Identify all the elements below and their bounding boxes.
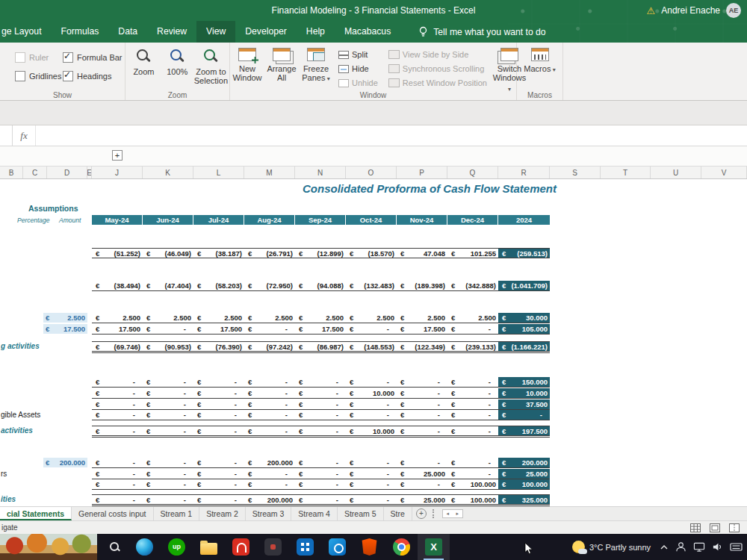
cell-invest-3-m8[interactable]: €- — [447, 399, 498, 409]
cell-invest-3-m1[interactable]: €- — [92, 399, 143, 409]
taskbar-app-chrome[interactable] — [385, 534, 418, 560]
sheet-tab-stre[interactable]: Stre — [384, 507, 412, 520]
month-header-jun-24[interactable]: Jun-24 — [143, 215, 193, 225]
taskbar-app-excel[interactable]: X — [418, 534, 450, 560]
row-label-g-activities[interactable]: g activities — [1, 342, 40, 350]
cell-adj-17500-m3[interactable]: €17.500 — [193, 324, 244, 334]
cell-financing-total-m6[interactable]: €- — [346, 495, 397, 504]
tab-splitter-handle[interactable] — [433, 509, 437, 518]
cell-adj-2500-m4[interactable]: €2.500 — [244, 313, 295, 323]
cell-invest-3-m6[interactable]: €- — [346, 399, 397, 409]
cell-net-result-m5[interactable]: €(12.899) — [295, 249, 346, 258]
assumption-cell-fin-1[interactable]: €200.000 — [43, 458, 87, 467]
taskbar-app-blue-grid-app[interactable] — [289, 534, 321, 560]
cell-operating-total-m5[interactable]: €(86.987) — [295, 342, 346, 351]
taskbar-app-edge[interactable] — [128, 534, 161, 560]
cell-fin-2-m2[interactable]: €- — [143, 469, 193, 479]
cell-cumulative-m3[interactable]: €(58.203) — [193, 281, 244, 290]
month-header-oct-24[interactable]: Oct-24 — [346, 215, 397, 225]
column-header-s[interactable]: S — [550, 167, 601, 178]
cell-operating-total-m2[interactable]: €(90.953) — [143, 342, 193, 351]
column-header-l[interactable]: L — [193, 167, 244, 178]
cell-net-result-m7[interactable]: €47.048 — [397, 249, 447, 258]
assumption-cell-adj-2500[interactable]: €2.500 — [43, 313, 87, 323]
cell-fin-1-m7[interactable]: €- — [397, 458, 447, 467]
scroll-right-icon[interactable]: ▸ — [456, 511, 459, 517]
cell-fin-3-m2[interactable]: €- — [143, 479, 193, 489]
cell-investing-total-m4[interactable]: €- — [244, 426, 295, 435]
cell-fin-1-m8[interactable]: €- — [447, 458, 498, 467]
button-reset-window-position[interactable]: Reset Window Position — [388, 78, 487, 87]
month-header-jul-24[interactable]: Jul-24 — [193, 215, 244, 225]
ribbon-tab-ge-layout[interactable]: ge Layout — [0, 21, 52, 43]
cell-invest-3-m5[interactable]: €- — [295, 399, 346, 409]
assumption-cell-adj-17500[interactable]: €17.500 — [43, 324, 87, 334]
cell-invest-1-m6[interactable]: €- — [346, 377, 397, 387]
sheet-tab-general-costs-input[interactable]: General costs input — [72, 507, 153, 520]
column-header-b[interactable]: B — [0, 167, 23, 178]
column-header-r[interactable]: R — [498, 167, 550, 178]
column-header-t[interactable]: T — [601, 167, 651, 178]
sheet-tab-stream-1[interactable]: Stream 1 — [154, 507, 200, 520]
user-status-icon[interactable] — [675, 541, 686, 553]
taskbar-app-brave[interactable] — [353, 534, 385, 560]
cell-invest-4-total[interactable]: €- — [498, 410, 550, 420]
sheet-tab-stream-2[interactable]: Stream 2 — [199, 507, 246, 520]
avatar[interactable]: AE — [726, 3, 741, 18]
cell-adj-2500-m8[interactable]: €2.500 — [447, 313, 498, 323]
row-label-activities[interactable]: activities — [1, 426, 33, 435]
cell-net-result-m8[interactable]: €101.255 — [447, 249, 498, 258]
cell-fin-3-m1[interactable]: €- — [92, 479, 143, 489]
ribbon-tab-developer[interactable]: Developer — [235, 21, 297, 43]
column-header-p[interactable]: P — [397, 167, 447, 178]
row-label-ities[interactable]: ities — [1, 495, 16, 503]
sheet-tab-cial-statements[interactable]: cial Statements — [0, 507, 72, 520]
button-hide[interactable]: Hide — [338, 64, 378, 73]
row-label-gible-assets[interactable]: gible Assets — [1, 411, 40, 419]
outline-expand-button[interactable]: + — [112, 150, 123, 161]
horizontal-scrollbar[interactable]: ◂ ▸ — [442, 509, 463, 518]
checkbox-formula-bar[interactable]: Formula Bar — [63, 52, 125, 63]
taskbar-search-button[interactable] — [100, 534, 128, 560]
cell-invest-2-m2[interactable]: €- — [143, 388, 193, 398]
cell-invest-3-m7[interactable]: €- — [397, 399, 447, 409]
cell-fin-3-m4[interactable]: €- — [244, 479, 295, 489]
column-header-c[interactable]: C — [23, 167, 47, 178]
year-total-header[interactable]: 2024 — [498, 215, 550, 225]
cell-fin-2-m8[interactable]: €- — [447, 469, 498, 479]
cell-invest-4-m4[interactable]: €- — [244, 410, 295, 420]
taskbar-app-blue-app[interactable] — [321, 534, 353, 560]
cell-invest-2-m5[interactable]: €- — [295, 388, 346, 398]
cell-fin-1-total[interactable]: €200.000 — [498, 458, 550, 467]
cell-cumulative-m7[interactable]: €(189.398) — [397, 281, 447, 290]
cell-fin-2-m7[interactable]: €25.000 — [397, 469, 447, 479]
cell-operating-total-m6[interactable]: €(148.553) — [346, 342, 397, 351]
touch-keyboard-icon[interactable] — [730, 541, 743, 553]
cell-invest-4-m8[interactable]: €- — [447, 410, 498, 420]
button-zoom-to-selection[interactable]: Zoom to Selection — [194, 43, 228, 85]
cell-fin-1-m3[interactable]: €- — [193, 458, 244, 467]
scroll-left-icon[interactable]: ◂ — [447, 511, 450, 517]
ribbon-tab-formulas[interactable]: Formulas — [52, 21, 109, 43]
hidden-icons-chevron-icon[interactable] — [660, 543, 669, 552]
cell-invest-1-total[interactable]: €150.000 — [498, 377, 550, 387]
cell-cumulative-total[interactable]: €(1.041.709) — [498, 281, 550, 290]
ribbon-tab-data[interactable]: Data — [108, 21, 147, 43]
cell-invest-1-m2[interactable]: €- — [143, 377, 193, 387]
column-header-n[interactable]: N — [295, 167, 346, 178]
cell-adj-2500-total[interactable]: €30.000 — [498, 313, 550, 323]
cell-adj-17500-total[interactable]: €105.000 — [498, 324, 550, 334]
month-header-dec-24[interactable]: Dec-24 — [447, 215, 498, 225]
name-box-partial[interactable] — [0, 125, 13, 146]
warning-icon[interactable]: ⚠ — [647, 6, 656, 16]
cell-fin-2-total[interactable]: €25.000 — [498, 469, 550, 479]
cell-fin-3-m3[interactable]: €- — [193, 479, 244, 489]
add-sheet-button[interactable]: + — [416, 508, 427, 519]
cell-invest-1-m5[interactable]: €- — [295, 377, 346, 387]
cell-operating-total-m7[interactable]: €(122.349) — [397, 342, 447, 351]
cell-operating-total-m4[interactable]: €(97.242) — [244, 342, 295, 351]
cell-investing-total-m3[interactable]: €- — [193, 426, 244, 435]
cell-investing-total-m5[interactable]: €- — [295, 426, 346, 435]
cell-invest-2-m8[interactable]: €- — [447, 388, 498, 398]
cell-invest-1-m3[interactable]: €- — [193, 377, 244, 387]
